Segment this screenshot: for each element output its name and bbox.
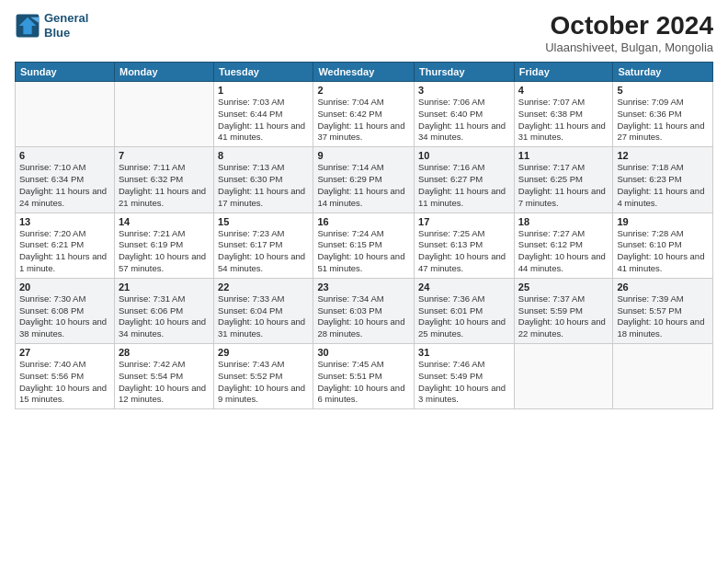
day-info: Sunrise: 7:03 AM Sunset: 6:44 PM Dayligh… <box>218 97 309 144</box>
day-number: 18 <box>518 216 609 227</box>
col-monday: Monday <box>114 63 213 82</box>
day-info: Sunrise: 7:46 AM Sunset: 5:49 PM Dayligh… <box>418 359 510 406</box>
day-number: 13 <box>19 216 110 227</box>
calendar-cell: 6Sunrise: 7:10 AM Sunset: 6:34 PM Daylig… <box>16 147 115 213</box>
calendar-cell: 19Sunrise: 7:28 AM Sunset: 6:10 PM Dayli… <box>613 213 713 278</box>
day-info: Sunrise: 7:42 AM Sunset: 5:54 PM Dayligh… <box>119 359 210 406</box>
day-number: 10 <box>418 150 510 161</box>
header: General Blue October 2024 Ulaanshiveet, … <box>15 11 713 54</box>
day-info: Sunrise: 7:45 AM Sunset: 5:51 PM Dayligh… <box>317 359 410 406</box>
col-tuesday: Tuesday <box>214 63 313 82</box>
calendar-cell: 4Sunrise: 7:07 AM Sunset: 6:38 PM Daylig… <box>514 82 613 147</box>
title-block: October 2024 Ulaanshiveet, Bulgan, Mongo… <box>545 11 713 54</box>
day-info: Sunrise: 7:21 AM Sunset: 6:19 PM Dayligh… <box>119 228 210 275</box>
calendar-cell: 25Sunrise: 7:37 AM Sunset: 5:59 PM Dayli… <box>514 278 613 343</box>
day-info: Sunrise: 7:33 AM Sunset: 6:04 PM Dayligh… <box>218 293 309 340</box>
day-number: 5 <box>617 85 709 96</box>
day-number: 21 <box>119 282 210 293</box>
logo-line2: Blue <box>44 26 70 40</box>
day-info: Sunrise: 7:37 AM Sunset: 5:59 PM Dayligh… <box>518 293 609 340</box>
calendar-week-row: 13Sunrise: 7:20 AM Sunset: 6:21 PM Dayli… <box>16 213 713 278</box>
calendar-cell: 17Sunrise: 7:25 AM Sunset: 6:13 PM Dayli… <box>415 213 515 278</box>
calendar-cell: 18Sunrise: 7:27 AM Sunset: 6:12 PM Dayli… <box>514 213 613 278</box>
day-number: 2 <box>317 85 410 96</box>
day-info: Sunrise: 7:18 AM Sunset: 6:23 PM Dayligh… <box>617 162 709 209</box>
day-number: 16 <box>317 216 410 227</box>
calendar-cell: 24Sunrise: 7:36 AM Sunset: 6:01 PM Dayli… <box>415 278 515 343</box>
day-info: Sunrise: 7:25 AM Sunset: 6:13 PM Dayligh… <box>418 228 510 275</box>
calendar-cell <box>114 82 213 147</box>
day-info: Sunrise: 7:14 AM Sunset: 6:29 PM Dayligh… <box>317 162 410 209</box>
calendar-cell: 30Sunrise: 7:45 AM Sunset: 5:51 PM Dayli… <box>313 344 415 409</box>
calendar-cell: 27Sunrise: 7:40 AM Sunset: 5:56 PM Dayli… <box>16 344 115 409</box>
calendar-cell: 8Sunrise: 7:13 AM Sunset: 6:30 PM Daylig… <box>214 147 313 213</box>
day-number: 14 <box>119 216 210 227</box>
calendar-cell: 11Sunrise: 7:17 AM Sunset: 6:25 PM Dayli… <box>514 147 613 213</box>
calendar-cell: 26Sunrise: 7:39 AM Sunset: 5:57 PM Dayli… <box>613 278 713 343</box>
day-number: 9 <box>317 150 410 161</box>
month-title: October 2024 <box>545 11 713 40</box>
day-info: Sunrise: 7:24 AM Sunset: 6:15 PM Dayligh… <box>317 228 410 275</box>
logo-icon <box>15 13 40 39</box>
col-friday: Friday <box>514 63 613 82</box>
calendar-week-row: 6Sunrise: 7:10 AM Sunset: 6:34 PM Daylig… <box>16 147 713 213</box>
day-info: Sunrise: 7:28 AM Sunset: 6:10 PM Dayligh… <box>617 228 709 275</box>
day-number: 29 <box>218 347 309 358</box>
calendar-cell <box>514 344 613 409</box>
col-saturday: Saturday <box>613 63 713 82</box>
calendar-cell: 7Sunrise: 7:11 AM Sunset: 6:32 PM Daylig… <box>114 147 213 213</box>
day-number: 20 <box>19 282 110 293</box>
day-number: 1 <box>218 85 309 96</box>
day-number: 19 <box>617 216 709 227</box>
calendar-cell: 29Sunrise: 7:43 AM Sunset: 5:52 PM Dayli… <box>214 344 313 409</box>
day-number: 7 <box>119 150 210 161</box>
day-info: Sunrise: 7:30 AM Sunset: 6:08 PM Dayligh… <box>19 293 110 340</box>
day-number: 15 <box>218 216 309 227</box>
calendar-cell: 10Sunrise: 7:16 AM Sunset: 6:27 PM Dayli… <box>415 147 515 213</box>
day-info: Sunrise: 7:40 AM Sunset: 5:56 PM Dayligh… <box>19 359 110 406</box>
day-info: Sunrise: 7:10 AM Sunset: 6:34 PM Dayligh… <box>19 162 110 209</box>
calendar-cell: 2Sunrise: 7:04 AM Sunset: 6:42 PM Daylig… <box>313 82 415 147</box>
page: General Blue October 2024 Ulaanshiveet, … <box>0 0 728 563</box>
calendar-cell: 20Sunrise: 7:30 AM Sunset: 6:08 PM Dayli… <box>16 278 115 343</box>
calendar-week-row: 20Sunrise: 7:30 AM Sunset: 6:08 PM Dayli… <box>16 278 713 343</box>
day-info: Sunrise: 7:17 AM Sunset: 6:25 PM Dayligh… <box>518 162 609 209</box>
calendar-week-row: 1Sunrise: 7:03 AM Sunset: 6:44 PM Daylig… <box>16 82 713 147</box>
day-number: 27 <box>19 347 110 358</box>
day-number: 31 <box>418 347 510 358</box>
calendar-cell: 28Sunrise: 7:42 AM Sunset: 5:54 PM Dayli… <box>114 344 213 409</box>
day-number: 26 <box>617 282 709 293</box>
day-number: 28 <box>119 347 210 358</box>
logo: General Blue <box>15 11 88 40</box>
calendar-header-row: Sunday Monday Tuesday Wednesday Thursday… <box>16 63 713 82</box>
calendar-cell: 15Sunrise: 7:23 AM Sunset: 6:17 PM Dayli… <box>214 213 313 278</box>
day-info: Sunrise: 7:31 AM Sunset: 6:06 PM Dayligh… <box>119 293 210 340</box>
day-info: Sunrise: 7:39 AM Sunset: 5:57 PM Dayligh… <box>617 293 709 340</box>
day-number: 12 <box>617 150 709 161</box>
day-number: 30 <box>317 347 410 358</box>
day-info: Sunrise: 7:20 AM Sunset: 6:21 PM Dayligh… <box>19 228 110 275</box>
calendar-cell: 3Sunrise: 7:06 AM Sunset: 6:40 PM Daylig… <box>415 82 515 147</box>
day-number: 25 <box>518 282 609 293</box>
calendar-cell: 22Sunrise: 7:33 AM Sunset: 6:04 PM Dayli… <box>214 278 313 343</box>
logo-line1: General <box>44 11 88 25</box>
day-info: Sunrise: 7:13 AM Sunset: 6:30 PM Dayligh… <box>218 162 309 209</box>
day-number: 23 <box>317 282 410 293</box>
calendar-cell: 1Sunrise: 7:03 AM Sunset: 6:44 PM Daylig… <box>214 82 313 147</box>
day-info: Sunrise: 7:09 AM Sunset: 6:36 PM Dayligh… <box>617 97 709 144</box>
calendar-cell: 5Sunrise: 7:09 AM Sunset: 6:36 PM Daylig… <box>613 82 713 147</box>
day-info: Sunrise: 7:34 AM Sunset: 6:03 PM Dayligh… <box>317 293 410 340</box>
calendar-cell: 23Sunrise: 7:34 AM Sunset: 6:03 PM Dayli… <box>313 278 415 343</box>
calendar-cell: 31Sunrise: 7:46 AM Sunset: 5:49 PM Dayli… <box>415 344 515 409</box>
day-info: Sunrise: 7:27 AM Sunset: 6:12 PM Dayligh… <box>518 228 609 275</box>
day-info: Sunrise: 7:07 AM Sunset: 6:38 PM Dayligh… <box>518 97 609 144</box>
col-wednesday: Wednesday <box>313 63 415 82</box>
day-info: Sunrise: 7:11 AM Sunset: 6:32 PM Dayligh… <box>119 162 210 209</box>
day-info: Sunrise: 7:23 AM Sunset: 6:17 PM Dayligh… <box>218 228 309 275</box>
calendar-cell: 9Sunrise: 7:14 AM Sunset: 6:29 PM Daylig… <box>313 147 415 213</box>
calendar: Sunday Monday Tuesday Wednesday Thursday… <box>15 62 713 409</box>
day-info: Sunrise: 7:04 AM Sunset: 6:42 PM Dayligh… <box>317 97 410 144</box>
logo-text: General Blue <box>44 11 88 40</box>
col-sunday: Sunday <box>16 63 115 82</box>
day-number: 6 <box>19 150 110 161</box>
